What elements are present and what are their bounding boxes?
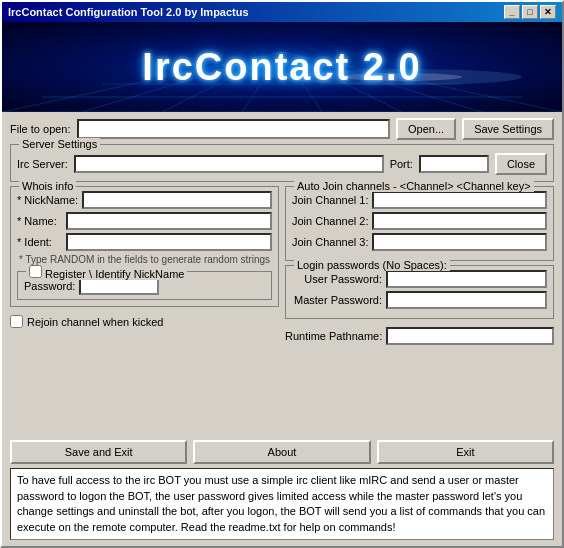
runtime-input[interactable] — [386, 327, 554, 345]
channel3-row: Join Channel 3: — [292, 233, 547, 251]
random-hint: * Type RANDOM in the fields to generate … — [17, 254, 272, 265]
open-button[interactable]: Open... — [396, 118, 456, 140]
channel3-label: Join Channel 3: — [292, 236, 368, 248]
maximize-button[interactable]: □ — [522, 5, 538, 19]
irc-server-label: Irc Server: — [17, 158, 68, 170]
autojoin-group-label: Auto Join channels - <Channel> <Channel … — [294, 180, 534, 192]
name-label: * Name: — [17, 215, 62, 227]
close-button[interactable]: ✕ — [540, 5, 556, 19]
window-title: IrcContact Configuration Tool 2.0 by Imp… — [8, 6, 249, 18]
left-panel: Whois info * NickName: * Name: * Ident: … — [10, 186, 279, 432]
ident-label: * Ident: — [17, 236, 62, 248]
password-label: Password: — [24, 280, 75, 292]
channel2-input[interactable] — [372, 212, 547, 230]
whois-info-group: Whois info * NickName: * Name: * Ident: … — [10, 186, 279, 307]
rejoin-label: Rejoin channel when kicked — [27, 316, 163, 328]
close-button[interactable]: Close — [495, 153, 547, 175]
info-box: To have full access to the irc BOT you m… — [10, 468, 554, 540]
title-bar: IrcContact Configuration Tool 2.0 by Imp… — [2, 2, 562, 22]
ident-row: * Ident: — [17, 233, 272, 251]
autojoin-group: Auto Join channels - <Channel> <Channel … — [285, 186, 554, 261]
channel3-input[interactable] — [372, 233, 547, 251]
ident-input[interactable] — [66, 233, 272, 251]
port-input[interactable] — [419, 155, 489, 173]
exit-button[interactable]: Exit — [377, 440, 554, 464]
server-row: Irc Server: Port: Close — [17, 153, 547, 175]
channel2-row: Join Channel 2: — [292, 212, 547, 230]
login-passwords-label: Login passwords (No Spaces): — [294, 259, 450, 271]
master-password-input[interactable] — [386, 291, 547, 309]
rejoin-checkbox[interactable] — [10, 315, 23, 328]
server-settings-label: Server Settings — [19, 138, 100, 150]
master-password-row: Master Password: — [292, 291, 547, 309]
register-group: Register \ Identify NickName Password: — [17, 271, 272, 300]
file-row: File to open: Open... Save Settings — [10, 118, 554, 140]
user-password-row: User Password: — [292, 270, 547, 288]
nickname-row: * NickName: — [17, 191, 272, 209]
channel1-row: Join Channel 1: — [292, 191, 547, 209]
save-exit-button[interactable]: Save and Exit — [10, 440, 187, 464]
panels-row: Whois info * NickName: * Name: * Ident: … — [10, 186, 554, 432]
file-to-open-input[interactable] — [77, 119, 391, 139]
channel2-label: Join Channel 2: — [292, 215, 368, 227]
nickname-label: * NickName: — [17, 194, 78, 206]
name-input[interactable] — [66, 212, 272, 230]
rejoin-row: Rejoin channel when kicked — [10, 315, 279, 328]
banner: IrcContact 2.0 — [2, 22, 562, 112]
main-content: File to open: Open... Save Settings Serv… — [2, 112, 562, 546]
runtime-label: Runtime Pathname: — [285, 330, 382, 342]
banner-content: IrcContact 2.0 — [2, 22, 562, 112]
banner-text: IrcContact 2.0 — [142, 46, 421, 89]
server-settings-group: Server Settings Irc Server: Port: Close — [10, 144, 554, 182]
master-password-label: Master Password: — [292, 294, 382, 306]
runtime-row: Runtime Pathname: — [285, 327, 554, 345]
bottom-buttons: Save and Exit About Exit — [10, 440, 554, 464]
whois-info-label: Whois info — [19, 180, 76, 192]
main-window: IrcContact Configuration Tool 2.0 by Imp… — [0, 0, 564, 548]
file-to-open-label: File to open: — [10, 123, 71, 135]
channel1-label: Join Channel 1: — [292, 194, 368, 206]
register-checkbox[interactable] — [29, 265, 42, 278]
nickname-input[interactable] — [82, 191, 272, 209]
channel1-input[interactable] — [372, 191, 547, 209]
minimize-button[interactable]: _ — [504, 5, 520, 19]
login-passwords-group: Login passwords (No Spaces): User Passwo… — [285, 265, 554, 319]
irc-server-input[interactable] — [74, 155, 384, 173]
about-button[interactable]: About — [193, 440, 370, 464]
register-group-label: Register \ Identify NickName — [26, 265, 187, 280]
user-password-input[interactable] — [386, 270, 547, 288]
title-bar-buttons: _ □ ✕ — [504, 5, 556, 19]
right-panel: Auto Join channels - <Channel> <Channel … — [285, 186, 554, 432]
save-settings-button[interactable]: Save Settings — [462, 118, 554, 140]
name-row: * Name: — [17, 212, 272, 230]
user-password-label: User Password: — [292, 273, 382, 285]
port-label: Port: — [390, 158, 413, 170]
